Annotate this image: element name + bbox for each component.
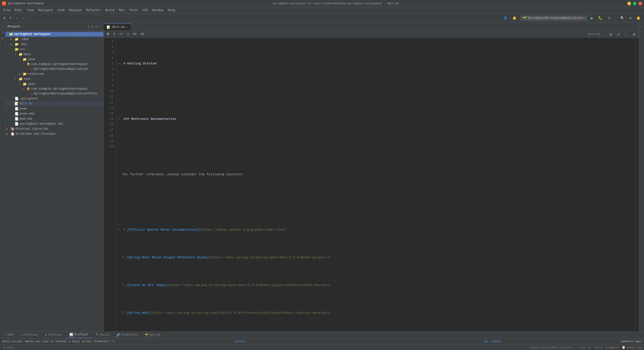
code-line-9: ▾ * [Create an OCI image](https://docs.s… (118, 283, 635, 288)
fold-arrow-3[interactable]: ▾ (118, 116, 122, 122)
tab-close-button[interactable]: ✕ (126, 26, 128, 29)
tab-profiler[interactable]: 📊 Profiler (66, 332, 92, 338)
tree-item-idea[interactable]: ▶ 📁 .idea (6, 37, 103, 42)
code-area[interactable]: ▾ # Getting Started ▾ ▾ ### Reference Do… (116, 38, 635, 331)
sidebar-collapse-icon[interactable]: ⊟ (95, 25, 97, 29)
minimize-button[interactable] (627, 2, 631, 5)
tree-item-iml[interactable]: ▶ 📄 springboot-workspace.iml (6, 121, 103, 126)
tab-terminal[interactable]: ▶ Terminal (42, 332, 66, 338)
tree-main-class-label: SpringbootWorkspaceApplication (34, 67, 88, 71)
menu-vcs[interactable]: VCS (141, 8, 150, 13)
maximize-button[interactable] (633, 2, 636, 5)
menu-window[interactable]: Window (150, 8, 165, 13)
toolbar-settings-2[interactable]: ⚙ (628, 15, 633, 21)
format-bold-button[interactable]: B (106, 32, 111, 37)
run-button[interactable]: ▶ (589, 15, 595, 22)
tree-item-pomxml[interactable]: ▶ 📄 pom.xml (6, 116, 103, 121)
code-line-8: ▾ * [Spring Boot Maven Plugin Reference … (118, 255, 635, 260)
format-strikethrough-button[interactable]: ◇ (126, 32, 131, 37)
line-col[interactable]: 1:1 (580, 346, 585, 349)
tree-resources-label: resources (28, 72, 44, 76)
toolbar-search-2[interactable]: 🔍 (619, 15, 626, 21)
tab-helpmd[interactable]: 📝 HELP.md ✕ (104, 23, 131, 30)
sidebar-project-dropdown[interactable]: ▾ (22, 25, 23, 28)
fold-arrow-1[interactable]: ▾ (118, 61, 122, 66)
menu-build[interactable]: Build (103, 8, 116, 13)
toolbar-build-project[interactable]: ≡ (8, 15, 13, 21)
sidebar-structure-icon[interactable]: S (0, 30, 6, 35)
tree-item-resources[interactable]: ▶ 📁 resources (6, 72, 103, 77)
menu-help[interactable]: Help (166, 8, 177, 13)
menu-run[interactable]: Run (117, 8, 127, 13)
tree-item-main[interactable]: ▾ 📁 main (6, 52, 103, 57)
menu-code[interactable]: Code (55, 8, 67, 13)
lf-status[interactable]: LF (588, 346, 591, 349)
tab-todo[interactable]: ✓ TODO (0, 332, 17, 338)
menu-analyze[interactable]: Analyze (67, 8, 84, 13)
fold-arrow-7[interactable]: ▾ (118, 227, 122, 233)
editor-right-gutter (635, 38, 639, 331)
install-link[interactable]: Install (234, 340, 246, 343)
toolbar-something[interactable]: ⋮ (14, 15, 20, 21)
format-h1-button[interactable]: H1 (132, 32, 138, 37)
sidebar-expand-icon[interactable]: ⇅ (92, 25, 94, 29)
tree-item-mvnwcmd[interactable]: ▶ 📄 mvnw.cmd (6, 111, 103, 116)
tree-item-package-main[interactable]: ▾ 📦 com.example.springbootworkspace (6, 62, 103, 66)
tab-problems[interactable]: ⚠ Problems (17, 332, 42, 338)
menu-edit[interactable]: Edit (13, 8, 24, 13)
sidebar-cog-icon[interactable]: ⚙ (88, 25, 90, 29)
editor-area: 📝 HELP.md ✕ B I <> ◇ H1 H2 Syncing... ▦ (104, 23, 639, 331)
menu-refactor[interactable]: Refactor (84, 8, 103, 13)
tree-item-src[interactable]: ▾ 📁 src (6, 47, 103, 52)
run-configuration[interactable]: 🌱 SpringbootWorkspaceApplication ▾ (520, 15, 587, 21)
event-log[interactable]: 📋 Event Log (622, 346, 642, 349)
tree-item-external-libs[interactable]: ▶ 📚 External Libraries (6, 126, 103, 131)
toolbar-project-settings[interactable]: ⚙ (2, 15, 7, 21)
tree-item-test[interactable]: ▾ 📁 test (6, 77, 103, 82)
tree-item-root[interactable]: ▾ 📁 springboot-workspace C:\Users\15998\… (6, 32, 103, 37)
view-mode-split[interactable]: ▣ (631, 32, 637, 37)
tree-item-package-test[interactable]: ▾ 📦 com.example.springbootworkspace (6, 87, 103, 91)
tree-item-test-class[interactable]: ▶ ☕ SpringbootWorkspaceApplicationTests (6, 91, 103, 96)
debug-button[interactable]: 🐛 (597, 15, 604, 21)
indent-status[interactable]: 4 spaces (606, 346, 619, 349)
sidebar: Project ▾ ⚙ ⇅ ⊟ ✕ ▾ 📁 springboot-workspa… (6, 23, 104, 331)
view-mode-list[interactable]: ▤ (616, 32, 621, 37)
tree-item-helpmd[interactable]: ▶ 📝 HELP.md (6, 101, 103, 106)
menu-file[interactable]: File (1, 8, 12, 13)
toolbar-edit[interactable]: ✏ (21, 15, 26, 21)
tree-item-test-java[interactable]: ▾ 📁 java (6, 82, 103, 87)
tree-item-mvn[interactable]: ▶ 📁 .mvn (6, 42, 103, 47)
view-mode-preview[interactable]: ▢ (623, 32, 629, 37)
icon-sidebar: P S B (0, 23, 6, 331)
format-italic-button[interactable]: I (112, 32, 117, 37)
sidebar-project-icon[interactable]: P (0, 24, 6, 29)
format-code-button[interactable]: <> (118, 32, 125, 37)
tab-endpoints[interactable]: 🔗 Endpoints (113, 332, 141, 338)
menu-tools[interactable]: Tools (127, 8, 140, 13)
url-status[interactable]: http://blog.zhusl.cn/g/un... (530, 346, 577, 349)
tree-item-scratches[interactable]: ▶ 📋 Scratches and Consoles (6, 131, 103, 136)
menu-navigate[interactable]: Navigate (36, 8, 55, 13)
view-mode-grid[interactable]: ▦ (608, 32, 614, 37)
sidebar-bookmarks-icon[interactable]: B (0, 36, 6, 41)
right-strip-notifications[interactable]: ≡ (640, 24, 643, 29)
toolbar-search[interactable]: 👤 (502, 15, 509, 21)
encoding-status[interactable]: UTF-8 (594, 346, 602, 349)
toolbar-notifications[interactable]: 🔔 (635, 15, 642, 21)
sidebar-close-icon[interactable]: ✕ (99, 25, 101, 29)
no-thanks-link[interactable]: No, Thanks (485, 340, 501, 343)
close-button[interactable] (638, 2, 642, 5)
stop-button[interactable]: ⏸ (606, 15, 613, 21)
tree-item-mvnw[interactable]: ▶ 📄 mvnw (6, 106, 103, 111)
tree-idea-label: .idea (20, 38, 29, 41)
menu-view[interactable]: View (25, 8, 36, 13)
format-h2-button[interactable]: H2 (139, 32, 146, 37)
tree-item-main-class[interactable]: ▶ ☕ SpringbootWorkspaceApplication (6, 66, 103, 72)
toolbar-settings[interactable]: 🔔 (511, 15, 518, 21)
tab-spring[interactable]: 🌱 Spring (141, 332, 164, 338)
tree-item-java[interactable]: ▾ 📁 java (6, 57, 103, 62)
git-branch[interactable]: ⎇ main (2, 346, 14, 349)
tab-build[interactable]: 🔨 Build (92, 332, 113, 338)
tree-item-gitignore[interactable]: ▶ 📄 .gitignore (6, 96, 103, 101)
